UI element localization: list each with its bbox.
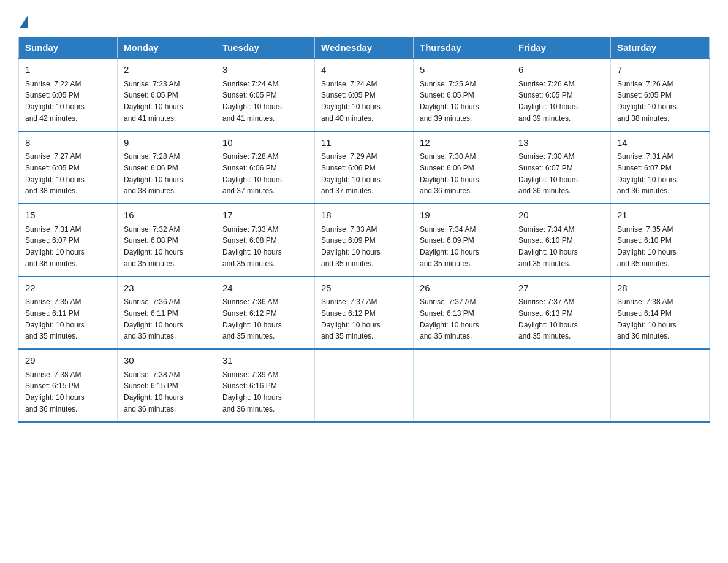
- day-number: 25: [321, 282, 407, 296]
- calendar-cell: 11Sunrise: 7:29 AMSunset: 6:06 PMDayligh…: [315, 131, 414, 204]
- day-number: 8: [25, 136, 111, 150]
- day-number: 24: [222, 282, 308, 296]
- calendar-cell: 19Sunrise: 7:34 AMSunset: 6:09 PMDayligh…: [414, 204, 512, 277]
- calendar-cell: 31Sunrise: 7:39 AMSunset: 6:16 PMDayligh…: [216, 349, 315, 422]
- day-info: Sunrise: 7:33 AMSunset: 6:09 PMDaylight:…: [321, 225, 381, 268]
- day-number: 4: [321, 63, 407, 77]
- header-friday: Friday: [512, 37, 611, 59]
- calendar-cell: 26Sunrise: 7:37 AMSunset: 6:13 PMDayligh…: [414, 277, 512, 350]
- day-number: 21: [617, 209, 703, 223]
- day-info: Sunrise: 7:28 AMSunset: 6:06 PMDaylight:…: [222, 152, 282, 195]
- week-row-3: 15Sunrise: 7:31 AMSunset: 6:07 PMDayligh…: [19, 204, 710, 277]
- day-number: 10: [222, 136, 308, 150]
- calendar-cell: [512, 349, 611, 422]
- day-number: 20: [518, 209, 604, 223]
- day-number: 18: [321, 209, 407, 223]
- week-row-4: 22Sunrise: 7:35 AMSunset: 6:11 PMDayligh…: [19, 277, 710, 350]
- calendar-cell: [414, 349, 512, 422]
- week-row-2: 8Sunrise: 7:27 AMSunset: 6:05 PMDaylight…: [19, 131, 710, 204]
- header-saturday: Saturday: [611, 37, 710, 59]
- day-info: Sunrise: 7:38 AMSunset: 6:14 PMDaylight:…: [617, 297, 677, 340]
- calendar-cell: 13Sunrise: 7:30 AMSunset: 6:07 PMDayligh…: [512, 131, 611, 204]
- day-info: Sunrise: 7:37 AMSunset: 6:13 PMDaylight:…: [518, 297, 578, 340]
- calendar-cell: 10Sunrise: 7:28 AMSunset: 6:06 PMDayligh…: [216, 131, 315, 204]
- day-number: 16: [124, 209, 210, 223]
- header: [18, 12, 710, 26]
- day-number: 17: [222, 209, 308, 223]
- day-number: 31: [222, 354, 308, 368]
- calendar-cell: [611, 349, 710, 422]
- day-number: 9: [124, 136, 210, 150]
- day-info: Sunrise: 7:39 AMSunset: 6:16 PMDaylight:…: [222, 370, 282, 413]
- calendar-cell: 1Sunrise: 7:22 AMSunset: 6:05 PMDaylight…: [19, 58, 118, 131]
- header-tuesday: Tuesday: [216, 37, 315, 59]
- calendar-cell: 9Sunrise: 7:28 AMSunset: 6:06 PMDaylight…: [118, 131, 216, 204]
- logo-triangle-icon: [20, 15, 28, 28]
- header-thursday: Thursday: [414, 37, 512, 59]
- day-info: Sunrise: 7:30 AMSunset: 6:07 PMDaylight:…: [518, 152, 578, 195]
- day-number: 29: [25, 354, 111, 368]
- day-info: Sunrise: 7:26 AMSunset: 6:05 PMDaylight:…: [518, 80, 578, 123]
- day-info: Sunrise: 7:25 AMSunset: 6:05 PMDaylight:…: [420, 80, 479, 123]
- day-number: 28: [617, 282, 703, 296]
- day-info: Sunrise: 7:23 AMSunset: 6:05 PMDaylight:…: [124, 80, 183, 123]
- day-info: Sunrise: 7:31 AMSunset: 6:07 PMDaylight:…: [617, 152, 677, 195]
- calendar-cell: 2Sunrise: 7:23 AMSunset: 6:05 PMDaylight…: [118, 58, 216, 131]
- day-number: 26: [420, 282, 506, 296]
- day-info: Sunrise: 7:30 AMSunset: 6:06 PMDaylight:…: [420, 152, 479, 195]
- weekday-header-row: SundayMondayTuesdayWednesdayThursdayFrid…: [19, 37, 710, 59]
- header-sunday: Sunday: [19, 37, 118, 59]
- calendar-cell: 8Sunrise: 7:27 AMSunset: 6:05 PMDaylight…: [19, 131, 118, 204]
- day-info: Sunrise: 7:36 AMSunset: 6:12 PMDaylight:…: [222, 297, 282, 340]
- day-number: 3: [222, 63, 308, 77]
- day-number: 6: [518, 63, 604, 77]
- day-number: 12: [420, 136, 506, 150]
- day-number: 23: [124, 282, 210, 296]
- calendar-table: SundayMondayTuesdayWednesdayThursdayFrid…: [18, 37, 710, 423]
- day-info: Sunrise: 7:35 AMSunset: 6:11 PMDaylight:…: [25, 297, 85, 340]
- header-monday: Monday: [118, 37, 216, 59]
- header-wednesday: Wednesday: [315, 37, 414, 59]
- calendar-cell: [315, 349, 414, 422]
- week-row-5: 29Sunrise: 7:38 AMSunset: 6:15 PMDayligh…: [19, 349, 710, 422]
- day-info: Sunrise: 7:35 AMSunset: 6:10 PMDaylight:…: [617, 225, 677, 268]
- calendar-cell: 20Sunrise: 7:34 AMSunset: 6:10 PMDayligh…: [512, 204, 611, 277]
- day-info: Sunrise: 7:31 AMSunset: 6:07 PMDaylight:…: [25, 225, 85, 268]
- calendar-cell: 27Sunrise: 7:37 AMSunset: 6:13 PMDayligh…: [512, 277, 611, 350]
- day-info: Sunrise: 7:24 AMSunset: 6:05 PMDaylight:…: [222, 80, 282, 123]
- day-number: 2: [124, 63, 210, 77]
- day-info: Sunrise: 7:37 AMSunset: 6:13 PMDaylight:…: [420, 297, 479, 340]
- day-info: Sunrise: 7:26 AMSunset: 6:05 PMDaylight:…: [617, 80, 677, 123]
- day-number: 7: [617, 63, 703, 77]
- calendar-cell: 28Sunrise: 7:38 AMSunset: 6:14 PMDayligh…: [611, 277, 710, 350]
- day-number: 27: [518, 282, 604, 296]
- calendar-cell: 16Sunrise: 7:32 AMSunset: 6:08 PMDayligh…: [118, 204, 216, 277]
- day-info: Sunrise: 7:36 AMSunset: 6:11 PMDaylight:…: [124, 297, 183, 340]
- day-number: 15: [25, 209, 111, 223]
- calendar-cell: 21Sunrise: 7:35 AMSunset: 6:10 PMDayligh…: [611, 204, 710, 277]
- calendar-cell: 30Sunrise: 7:38 AMSunset: 6:15 PMDayligh…: [118, 349, 216, 422]
- calendar-cell: 12Sunrise: 7:30 AMSunset: 6:06 PMDayligh…: [414, 131, 512, 204]
- calendar-cell: 7Sunrise: 7:26 AMSunset: 6:05 PMDaylight…: [611, 58, 710, 131]
- day-number: 5: [420, 63, 506, 77]
- week-row-1: 1Sunrise: 7:22 AMSunset: 6:05 PMDaylight…: [19, 58, 710, 131]
- calendar-cell: 3Sunrise: 7:24 AMSunset: 6:05 PMDaylight…: [216, 58, 315, 131]
- calendar-cell: 23Sunrise: 7:36 AMSunset: 6:11 PMDayligh…: [118, 277, 216, 350]
- day-info: Sunrise: 7:38 AMSunset: 6:15 PMDaylight:…: [25, 370, 85, 413]
- day-info: Sunrise: 7:29 AMSunset: 6:06 PMDaylight:…: [321, 152, 381, 195]
- calendar-cell: 14Sunrise: 7:31 AMSunset: 6:07 PMDayligh…: [611, 131, 710, 204]
- calendar-cell: 4Sunrise: 7:24 AMSunset: 6:05 PMDaylight…: [315, 58, 414, 131]
- day-info: Sunrise: 7:37 AMSunset: 6:12 PMDaylight:…: [321, 297, 381, 340]
- calendar-cell: 24Sunrise: 7:36 AMSunset: 6:12 PMDayligh…: [216, 277, 315, 350]
- day-info: Sunrise: 7:27 AMSunset: 6:05 PMDaylight:…: [25, 152, 85, 195]
- day-info: Sunrise: 7:22 AMSunset: 6:05 PMDaylight:…: [25, 80, 85, 123]
- day-info: Sunrise: 7:34 AMSunset: 6:09 PMDaylight:…: [420, 225, 479, 268]
- day-number: 11: [321, 136, 407, 150]
- calendar-cell: 29Sunrise: 7:38 AMSunset: 6:15 PMDayligh…: [19, 349, 118, 422]
- day-number: 19: [420, 209, 506, 223]
- day-number: 14: [617, 136, 703, 150]
- calendar-cell: 17Sunrise: 7:33 AMSunset: 6:08 PMDayligh…: [216, 204, 315, 277]
- day-number: 1: [25, 63, 111, 77]
- calendar-cell: 5Sunrise: 7:25 AMSunset: 6:05 PMDaylight…: [414, 58, 512, 131]
- logo: [18, 12, 28, 26]
